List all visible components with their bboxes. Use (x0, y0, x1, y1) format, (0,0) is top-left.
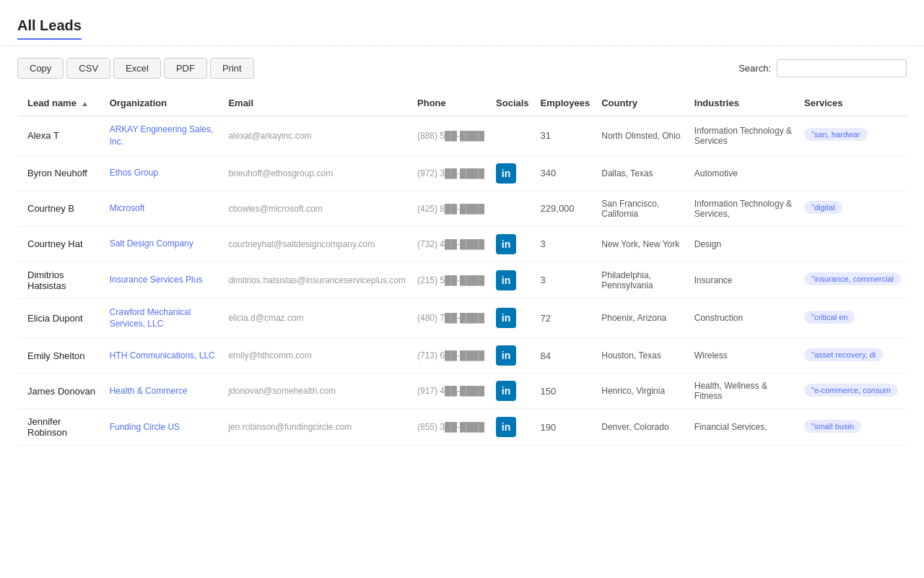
col-lead-name[interactable]: Lead name ▲ (22, 90, 104, 116)
table-row: Courtney BMicrosoftcbowles@microsoft.com… (17, 191, 907, 226)
organization-cell: ARKAY Engineering Sales, Inc. (104, 116, 223, 156)
country-cell: Henrico, Virginia (596, 374, 689, 409)
organization-link[interactable]: Insurance Services Plus (110, 274, 217, 286)
services-cell: "e-commerce, consum (798, 374, 907, 409)
country-cell: Phoenix, Arizona (596, 298, 689, 338)
phone-cell: (713) 6██-████ (411, 338, 490, 374)
employees-cell: 31 (535, 116, 596, 156)
services-cell: "san, hardwar (798, 116, 907, 156)
socials-cell (490, 191, 535, 226)
table-row: Emily SheltonHTH Communications, LLCemil… (17, 338, 907, 374)
socials-cell: in (490, 338, 535, 374)
service-badge: "san, hardwar (804, 128, 868, 141)
phone-cell: (425) 8██-████ (411, 191, 490, 226)
services-cell: "asset recovery, di (798, 338, 907, 374)
employees-cell: 150 (535, 374, 596, 409)
industry-cell: Financial Services, (689, 409, 798, 446)
table-row: Alexa TARKAY Engineering Sales, Inc.alex… (17, 116, 907, 156)
employees-cell: 229,000 (535, 191, 596, 226)
phone-cell: (855) 3██-████ (411, 409, 490, 446)
linkedin-icon[interactable]: in (496, 417, 516, 437)
organization-cell: Health & Commerce (104, 374, 223, 409)
organization-link[interactable]: Funding Circle US (110, 421, 217, 434)
organization-link[interactable]: Salt Design Company (110, 238, 217, 250)
lead-name: Elicia Dupont (27, 313, 83, 324)
lead-name: Dimitrios Hatsistas (27, 269, 66, 291)
email-cell: elicia.d@cmaz.com (222, 298, 411, 338)
employees-cell: 3 (535, 226, 596, 262)
phone-cell: (972) 3██-████ (411, 155, 490, 191)
toolbar-btn-excel[interactable]: Excel (113, 58, 161, 79)
industry-cell: Information Technology & Services, (689, 191, 798, 226)
organization-link[interactable]: Health & Commerce (110, 385, 217, 397)
email-cell: courtneyhat@saltdesigncompany.com (222, 226, 411, 262)
toolbar-btn-pdf[interactable]: PDF (164, 58, 207, 79)
industry-cell: Design (689, 226, 798, 262)
organization-link[interactable]: ARKAY Engineering Sales, Inc. (110, 124, 217, 148)
services-cell: "small busin (798, 409, 907, 446)
lead-name: Alexa T (27, 130, 59, 141)
email-cell: alexat@arkayinc.com (222, 116, 411, 156)
lead-name-cell: Jennifer Robinson (22, 409, 104, 446)
employees-cell: 84 (535, 338, 596, 374)
socials-cell (490, 116, 535, 156)
toolbar-btn-copy[interactable]: Copy (17, 58, 64, 79)
organization-cell: Microsoft (104, 191, 223, 226)
linkedin-icon[interactable]: in (496, 270, 516, 290)
lead-name: James Donovan (27, 386, 95, 397)
services-cell: "digital (798, 191, 907, 226)
phone-cell: (480) 7██-████ (411, 298, 490, 338)
services-cell: "insurance, commercial (798, 262, 907, 298)
toolbar-buttons: CopyCSVExcelPDFPrint (17, 58, 254, 79)
col-services: Services (798, 90, 907, 116)
linkedin-icon[interactable]: in (496, 234, 516, 254)
lead-name-cell: Courtney B (22, 191, 104, 226)
industry-cell: Wireless (689, 338, 798, 374)
organization-link[interactable]: HTH Communications, LLC (110, 350, 217, 362)
lead-name: Jennifer Robinson (27, 416, 67, 438)
col-phone: Phone (411, 90, 490, 116)
service-badge: "digital (804, 201, 842, 214)
table-container: Lead name ▲ Organization Email Phone Soc… (0, 90, 924, 446)
socials-cell: in (490, 374, 535, 409)
lead-name: Courtney B (27, 203, 74, 214)
organization-link[interactable]: Microsoft (110, 202, 217, 215)
email-cell: cbowles@microsoft.com (222, 191, 411, 226)
industry-cell: Health, Wellness & Fitness (689, 374, 798, 409)
table-row: Byron NeuhoffEthos Groupbneuhoff@ethosgr… (17, 155, 907, 191)
organization-link[interactable]: Crawford Mechanical Services, LLC (110, 306, 217, 331)
country-cell: Philadelphia, Pennsylvania (596, 262, 689, 298)
toolbar-btn-print[interactable]: Print (210, 58, 254, 79)
lead-name: Emily Shelton (27, 350, 84, 361)
email-cell: jdonovan@somehealth.com (222, 374, 411, 409)
phone-cell: (917) 4██-████ (411, 374, 490, 409)
lead-name: Byron Neuhoff (27, 168, 87, 178)
linkedin-icon[interactable]: in (496, 345, 516, 366)
email-cell: bneuhoff@ethosgroup.com (222, 155, 411, 191)
country-cell: Denver, Colorado (596, 409, 689, 446)
linkedin-icon[interactable]: in (496, 308, 516, 328)
employees-cell: 72 (535, 298, 596, 338)
organization-link[interactable]: Ethos Group (110, 167, 217, 179)
search-area: Search: (738, 59, 907, 77)
service-badge: "critical en (804, 311, 855, 324)
leads-table: Lead name ▲ Organization Email Phone Soc… (17, 90, 907, 446)
table-row: Courtney HatSalt Design Companycourtneyh… (17, 226, 907, 262)
email-cell: emily@hthcomm.com (222, 338, 411, 374)
service-badge: "e-commerce, consum (804, 384, 898, 397)
lead-name-cell: James Donovan (22, 374, 104, 409)
linkedin-icon[interactable]: in (496, 163, 516, 184)
table-body: Alexa TARKAY Engineering Sales, Inc.alex… (17, 116, 907, 446)
lead-name-cell: Elicia Dupont (22, 298, 104, 338)
phone-cell: (215) 5██-████ (411, 262, 490, 298)
lead-name-cell: Byron Neuhoff (22, 155, 104, 191)
country-cell: Houston, Texas (596, 338, 689, 374)
toolbar-btn-csv[interactable]: CSV (66, 58, 110, 79)
linkedin-icon[interactable]: in (496, 381, 516, 401)
organization-cell: Ethos Group (104, 155, 223, 191)
search-input[interactable] (777, 59, 907, 77)
phone-cell: (888) 5██-████ (411, 116, 490, 156)
email-cell: jen.robinson@fundingcircle.com (222, 409, 411, 446)
table-row: James DonovanHealth & Commercejdonovan@s… (17, 374, 907, 409)
industry-cell: Automotive (689, 155, 798, 191)
